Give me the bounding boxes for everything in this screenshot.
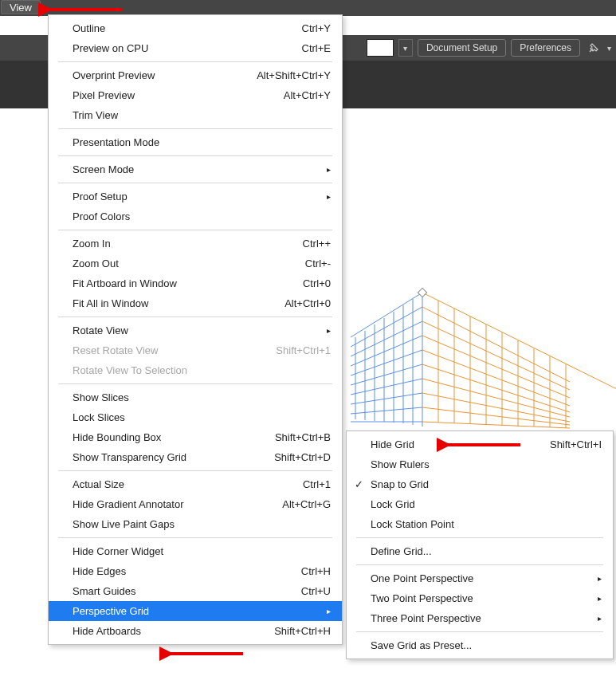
menu-item-fit-artboard[interactable]: Fit Artboard in WindowCtrl+0 [49,273,342,293]
menubar: View [0,0,616,16]
menu-item-three-point[interactable]: Three Point Perspective▸ [347,608,613,628]
menu-item-label: Hide Edges [73,565,285,577]
shortcut: Ctrl+U [301,585,331,597]
shortcut: Shift+Ctrl+H [274,625,331,637]
menu-item-preview-cpu[interactable]: Preview on CPUCtrl+E [49,38,342,58]
menu-item-show-slices[interactable]: Show Slices [49,387,342,407]
shortcut: Ctrl+H [301,565,331,577]
menu-item-presentation[interactable]: Presentation Mode [49,132,342,152]
shortcut: Shift+Ctrl+1 [276,344,331,356]
menu-item-label: Overprint Preview [73,69,241,81]
menu-item-screen-mode[interactable]: Screen Mode▸ [49,159,342,179]
shortcut: Ctrl+1 [303,478,331,490]
menu-item-smart-guides[interactable]: Smart GuidesCtrl+U [49,581,342,601]
menu-item-pixel-preview[interactable]: Pixel PreviewAlt+Ctrl+Y [49,85,342,105]
separator [58,155,332,156]
menu-item-label: Zoom In [73,238,287,250]
menu-item-hide-grid[interactable]: Hide GridShift+Ctrl+I [347,434,613,454]
menu-item-one-point[interactable]: One Point Perspective▸ [347,568,613,588]
menu-item-label: Show Transparency Grid [73,451,258,463]
document-setup-button[interactable]: Document Setup [418,39,506,57]
menu-item-label: Show Rulers [371,458,602,470]
menu-item-rotate-view[interactable]: Rotate View▸ [49,320,342,340]
fill-swatch[interactable] [367,39,394,57]
menu-item-zoom-out[interactable]: Zoom OutCtrl+- [49,254,342,273]
shortcut: Ctrl+E [302,42,331,54]
separator [356,537,603,538]
view-menu-button[interactable]: View [1,0,41,14]
menu-item-show-transparency[interactable]: Show Transparency GridShift+Ctrl+D [49,447,342,467]
chevron-down-icon: ▾ [403,44,407,53]
submenu-arrow-icon: ▸ [598,574,602,583]
menu-item-label: Proof Colors [73,210,331,222]
menu-item-label: Zoom Out [73,258,289,269]
separator [58,183,332,183]
menu-item-snap-grid[interactable]: ✓Snap to Grid [347,474,613,494]
menu-item-label: Three Point Perspective [371,612,591,624]
submenu-arrow-icon: ▸ [327,607,331,615]
menu-item-label: Show Live Paint Gaps [73,518,331,530]
menu-item-label: Lock Grid [371,498,602,510]
view-menu: OutlineCtrl+Y Preview on CPUCtrl+E Overp… [48,14,343,645]
menu-item-lock-grid[interactable]: Lock Grid [347,494,613,514]
separator [58,537,332,538]
menu-item-hide-gradient[interactable]: Hide Gradient AnnotatorAlt+Ctrl+G [49,494,342,514]
menu-item-fit-all[interactable]: Fit All in WindowAlt+Ctrl+0 [49,293,342,313]
menu-item-hide-bbox[interactable]: Hide Bounding BoxShift+Ctrl+B [49,427,342,447]
menu-item-label: Rotate View To Selection [73,364,331,376]
menu-item-actual-size[interactable]: Actual SizeCtrl+1 [49,474,342,494]
swatch-dropdown[interactable]: ▾ [398,39,413,57]
separator [58,316,332,317]
shortcut: Ctrl++ [303,238,331,250]
shortcut: Alt+Ctrl+Y [284,89,331,101]
menu-item-label: Preview on CPU [73,42,286,54]
menu-item-show-live-paint[interactable]: Show Live Paint Gaps [49,514,342,534]
separator [58,128,332,129]
menu-item-label: Hide Gradient Annotator [73,498,266,510]
menu-item-two-point[interactable]: Two Point Perspective▸ [347,588,613,608]
check-icon: ✓ [355,478,363,490]
shortcut: Alt+Ctrl+G [282,498,331,510]
menu-item-proof-setup[interactable]: Proof Setup▸ [49,187,342,206]
menu-item-proof-colors[interactable]: Proof Colors [49,206,342,226]
menu-item-hide-corner[interactable]: Hide Corner Widget [49,541,342,561]
menu-item-overprint[interactable]: Overprint PreviewAlt+Shift+Ctrl+Y [49,65,342,85]
menu-item-label: Smart Guides [73,585,285,597]
menu-item-label: Hide Grid [371,438,534,450]
preferences-button[interactable]: Preferences [511,39,580,57]
menu-item-label: Show Slices [73,391,331,403]
menu-item-label: Lock Slices [73,411,331,423]
menu-item-show-rulers[interactable]: Show Rulers [347,454,613,474]
menu-item-outline[interactable]: OutlineCtrl+Y [49,18,342,38]
menu-item-label: Screen Mode [73,163,320,175]
shortcut: Ctrl+Y [302,22,331,34]
menu-item-label: Fit All in Window [73,297,269,309]
shortcut: Ctrl+0 [303,277,331,289]
shortcut: Ctrl+- [305,258,331,269]
menu-item-define-grid[interactable]: Define Grid... [347,541,613,561]
menu-item-label: Hide Corner Widget [73,545,331,557]
menu-item-label: Pixel Preview [73,89,268,101]
menu-item-hide-artboards[interactable]: Hide ArtboardsShift+Ctrl+H [49,621,342,641]
menu-item-label: Proof Setup [73,191,320,202]
menu-item-label: Actual Size [73,478,287,490]
separator [356,564,603,565]
menu-item-trim-view[interactable]: Trim View [49,105,342,125]
pin-icon[interactable] [585,39,602,57]
separator [58,383,332,384]
menu-item-lock-slices[interactable]: Lock Slices [49,407,342,427]
menu-item-save-preset[interactable]: Save Grid as Preset... [347,635,613,655]
menu-item-label: Define Grid... [371,545,602,557]
menu-item-label: Presentation Mode [73,136,331,148]
menu-item-rotate-selection: Rotate View To Selection [49,360,342,380]
menu-item-label: Reset Rotate View [73,344,260,356]
submenu-arrow-icon: ▸ [598,614,602,623]
menu-item-label: Hide Artboards [73,625,258,637]
menu-item-label: Outline [73,22,286,34]
menu-item-label: Perspective Grid [73,605,320,617]
menu-item-label: Hide Bounding Box [73,431,259,443]
menu-item-perspective-grid[interactable]: Perspective Grid▸ [49,601,342,621]
menu-item-zoom-in[interactable]: Zoom InCtrl++ [49,234,342,254]
menu-item-hide-edges[interactable]: Hide EdgesCtrl+H [49,561,342,581]
menu-item-lock-station[interactable]: Lock Station Point [347,514,613,534]
